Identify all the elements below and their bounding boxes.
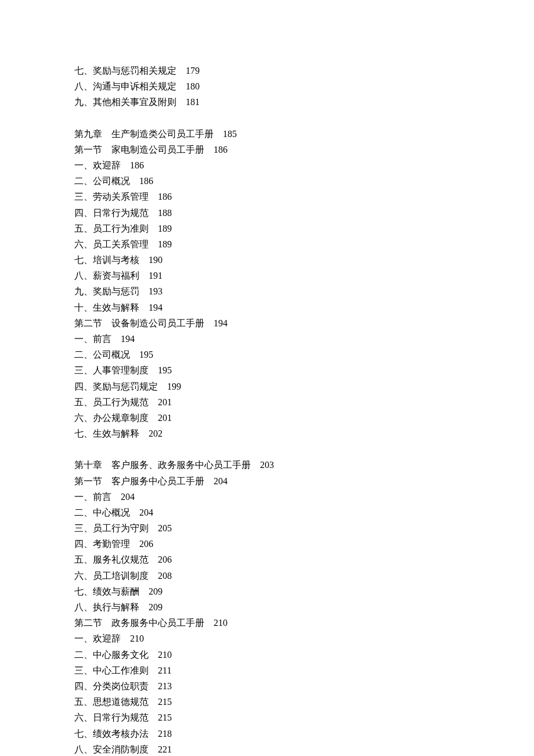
toc-entry-title: 六、办公规章制度 [74, 413, 149, 423]
toc-entry-page: 199 [167, 381, 181, 391]
toc-entry: 五、思想道德规范215 [74, 694, 534, 710]
toc-entry-title: 九、奖励与惩罚 [74, 286, 139, 296]
toc-entry-title: 八、沟通与申诉相关规定 [74, 81, 176, 91]
toc-entry-page: 221 [158, 744, 172, 754]
toc-entry: 三、劳动关系管理186 [74, 189, 534, 204]
toc-entry: 四、考勤管理206 [74, 536, 534, 552]
toc-entry-title: 六、日常行为规范 [74, 712, 149, 722]
toc-entry-title: 五、员工行为规范 [74, 397, 149, 407]
toc-entry-page: 210 [158, 650, 172, 660]
toc-entry-title: 十、生效与解释 [74, 303, 139, 312]
toc-entry: 二、中心概况204 [74, 505, 534, 520]
toc-entry: 二、公司概况186 [74, 173, 534, 189]
toc-entry: 七、生效与解释202 [74, 426, 534, 441]
toc-entry: 三、中心工作准则211 [74, 663, 534, 678]
toc-entry-title: 一、前言 [74, 334, 111, 344]
toc-entry: 第十章 客户服务、政务服务中心员工手册203 [74, 457, 534, 473]
toc-entry-title: 五、服务礼仪规范 [74, 555, 149, 564]
toc-entry-title: 六、员工关系管理 [74, 239, 149, 249]
toc-entry-page: 206 [158, 555, 172, 564]
toc-entry: 六、办公规章制度201 [74, 410, 534, 426]
toc-entry-page: 201 [158, 413, 172, 423]
toc-entry-page: 189 [158, 239, 172, 249]
toc-entry-page: 195 [139, 350, 153, 359]
toc-entry: 八、薪资与福利191 [74, 268, 534, 283]
toc-entry-title: 四、分类岗位职责 [74, 681, 149, 691]
toc-entry-page: 186 [130, 160, 144, 170]
toc-entry: 三、人事管理制度195 [74, 362, 534, 378]
toc-entry-title: 四、奖励与惩罚规定 [74, 381, 158, 391]
toc-entry: 三、员工行为守则205 [74, 520, 534, 536]
toc-entry: 一、欢迎辞186 [74, 157, 534, 173]
toc-entry: 八、沟通与申诉相关规定180 [74, 78, 534, 94]
toc-entry-page: 186 [214, 145, 228, 154]
toc-entry-page: 194 [121, 334, 135, 344]
toc-entry-page: 202 [149, 429, 163, 438]
toc-entry-page: 190 [149, 255, 163, 265]
toc-entry: 六、员工培训制度208 [74, 568, 534, 584]
toc-entry: 四、日常行为规范188 [74, 205, 534, 221]
toc-entry-page: 218 [158, 729, 172, 739]
toc-entry-page: 179 [186, 66, 200, 75]
toc-entry-title: 四、日常行为规范 [74, 208, 149, 218]
toc-entry-page: 186 [139, 176, 153, 186]
toc-entry-page: 210 [130, 633, 144, 643]
toc-entry-title: 三、劳动关系管理 [74, 192, 149, 201]
toc-entry-title: 二、中心服务文化 [74, 650, 149, 660]
toc-entry: 第一节 客户服务中心员工手册204 [74, 473, 534, 489]
toc-entry: 六、员工关系管理189 [74, 236, 534, 252]
toc-entry: 一、前言194 [74, 331, 534, 347]
toc-entry-title: 八、安全消防制度 [74, 744, 149, 754]
toc-entry-title: 第十章 客户服务、政务服务中心员工手册 [74, 460, 251, 470]
toc-entry: 第一节 家电制造公司员工手册186 [74, 142, 534, 157]
toc-entry-page: 204 [121, 492, 135, 502]
toc-entry: 二、中心服务文化210 [74, 647, 534, 663]
toc-entry-page: 193 [149, 286, 163, 296]
toc-entry-page: 180 [186, 81, 200, 91]
section-gap [74, 110, 534, 126]
toc-entry-title: 三、人事管理制度 [74, 365, 149, 375]
section-gap [74, 441, 534, 457]
toc-entry-page: 189 [158, 224, 172, 233]
toc-entry: 九、其他相关事宜及附则181 [74, 94, 534, 110]
toc-entry-page: 194 [149, 303, 163, 312]
toc-entry-title: 七、奖励与惩罚相关规定 [74, 66, 176, 75]
toc-entry: 七、培训与考核190 [74, 252, 534, 268]
toc-entry: 八、安全消防制度221 [74, 741, 534, 756]
toc-entry-page: 210 [214, 618, 228, 628]
toc-entry-title: 六、员工培训制度 [74, 571, 149, 581]
toc-entry-title: 八、执行与解释 [74, 602, 139, 612]
toc-entry-page: 209 [149, 602, 163, 612]
toc-entry-page: 181 [186, 97, 200, 107]
toc-entry: 一、欢迎辞210 [74, 631, 534, 646]
toc-entry-title: 二、公司概况 [74, 350, 130, 359]
toc-entry-title: 七、培训与考核 [74, 255, 139, 265]
toc-entry: 七、奖励与惩罚相关规定179 [74, 63, 534, 78]
toc-entry-page: 195 [158, 365, 172, 375]
toc-entry-page: 215 [158, 712, 172, 722]
toc-entry-title: 九、其他相关事宜及附则 [74, 97, 176, 107]
toc-entry-title: 八、薪资与福利 [74, 271, 139, 280]
toc-entry-page: 191 [149, 271, 163, 280]
toc-entry-title: 七、绩效与薪酬 [74, 586, 139, 596]
toc-entry-title: 五、思想道德规范 [74, 697, 149, 707]
toc-entry-title: 第九章 生产制造类公司员工手册 [74, 129, 214, 139]
toc-entry-page: 194 [214, 318, 228, 328]
toc-entry-title: 三、中心工作准则 [74, 665, 149, 675]
toc-entry-page: 205 [158, 523, 172, 533]
toc-entry: 五、员工行为准则189 [74, 221, 534, 236]
toc-entry-page: 204 [139, 507, 153, 517]
toc-entry-title: 一、欢迎辞 [74, 160, 121, 170]
toc-entry: 四、分类岗位职责213 [74, 678, 534, 694]
toc-entry-page: 201 [158, 397, 172, 407]
toc-entry-title: 七、绩效考核办法 [74, 729, 149, 739]
toc-entry: 七、绩效考核办法218 [74, 726, 534, 741]
toc-entry-title: 二、中心概况 [74, 507, 130, 517]
toc-entry: 五、服务礼仪规范206 [74, 552, 534, 567]
toc-entry-page: 186 [158, 192, 172, 201]
toc-entry-page: 204 [214, 476, 228, 486]
toc-entry-title: 第二节 设备制造公司员工手册 [74, 318, 204, 328]
toc-entry: 第九章 生产制造类公司员工手册185 [74, 126, 534, 142]
toc-entry-page: 203 [260, 460, 274, 470]
toc-entry: 九、奖励与惩罚193 [74, 283, 534, 299]
